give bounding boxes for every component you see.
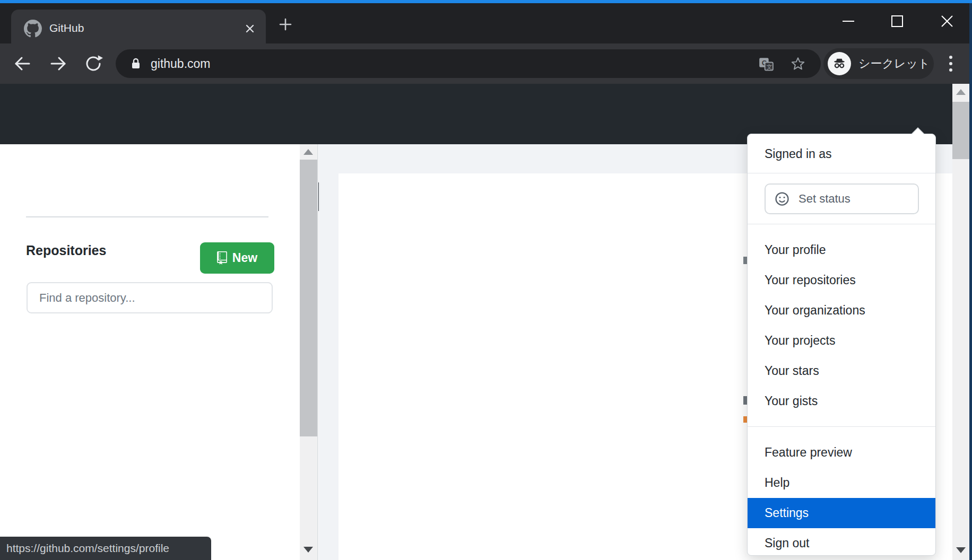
forward-button[interactable] bbox=[48, 53, 69, 74]
hidden-content-fragment bbox=[743, 396, 747, 405]
menu-item-your-stars[interactable]: Your stars bbox=[748, 356, 935, 386]
address-bar[interactable]: github.com G 文 bbox=[116, 49, 821, 78]
translate-icon[interactable]: G 文 bbox=[759, 57, 774, 72]
hidden-content-fragment bbox=[743, 416, 747, 423]
content-scrollbar[interactable] bbox=[300, 144, 317, 560]
user-menu-top-items: Your profile Your repositories Your orga… bbox=[748, 224, 935, 427]
scroll-up-arrow-icon[interactable] bbox=[303, 149, 313, 155]
set-status-label: Set status bbox=[799, 192, 850, 206]
svg-text:文: 文 bbox=[767, 64, 773, 70]
hidden-content-fragment bbox=[743, 257, 747, 264]
url-text: github.com bbox=[151, 49, 211, 78]
window-border bbox=[969, 3, 972, 560]
menu-item-sign-out[interactable]: Sign out bbox=[748, 528, 935, 558]
menu-item-your-repositories[interactable]: Your repositories bbox=[748, 265, 935, 295]
menu-item-help[interactable]: Help bbox=[748, 468, 935, 498]
find-repository-input[interactable] bbox=[27, 282, 273, 313]
menu-item-settings[interactable]: Settings bbox=[748, 498, 935, 528]
scroll-up-arrow-icon[interactable] bbox=[956, 89, 966, 95]
window-close-button[interactable] bbox=[927, 3, 967, 39]
browser-toolbar: github.com G 文 シークレット bbox=[0, 43, 972, 84]
menu-item-your-gists[interactable]: Your gists bbox=[748, 386, 935, 416]
lock-icon bbox=[129, 57, 142, 70]
set-status-button[interactable]: Set status bbox=[765, 183, 919, 214]
browser-tab-github[interactable]: GitHub bbox=[11, 10, 266, 47]
sidebar-divider bbox=[26, 216, 268, 217]
window-maximize-button[interactable] bbox=[878, 3, 917, 39]
repositories-heading: Repositories bbox=[26, 243, 106, 258]
incognito-spy-icon bbox=[828, 52, 851, 75]
scroll-down-arrow-icon[interactable] bbox=[303, 547, 313, 553]
bookmark-star-icon[interactable] bbox=[791, 56, 805, 71]
new-tab-button[interactable] bbox=[274, 13, 297, 36]
browser-window: GitHub bbox=[0, 0, 972, 560]
user-menu-bottom-items: Feature preview Help Settings Sign out bbox=[748, 427, 935, 557]
menu-item-your-projects[interactable]: Your projects bbox=[748, 326, 935, 356]
browser-menu-icon[interactable] bbox=[939, 51, 962, 76]
github-favicon-icon bbox=[24, 20, 42, 38]
scrollbar-thumb[interactable] bbox=[300, 160, 317, 436]
scrollbar-thumb[interactable] bbox=[952, 102, 969, 159]
menu-item-your-organizations[interactable]: Your organizations bbox=[748, 295, 935, 326]
incognito-label: シークレット bbox=[858, 56, 930, 72]
content-divider bbox=[317, 144, 318, 560]
status-bar-url: https://github.com/settings/profile bbox=[0, 537, 211, 560]
user-menu-dropdown: Signed in as Set status Your profile You… bbox=[747, 134, 936, 556]
tab-close-icon[interactable] bbox=[240, 19, 259, 38]
menu-item-your-profile[interactable]: Your profile bbox=[748, 235, 935, 265]
new-button-label: New bbox=[232, 251, 257, 265]
browser-scrollbar[interactable] bbox=[952, 84, 969, 560]
repo-book-icon bbox=[217, 251, 227, 265]
tab-title: GitHub bbox=[49, 10, 84, 47]
back-button[interactable] bbox=[12, 53, 33, 74]
window-minimize-button[interactable] bbox=[829, 3, 868, 39]
smiley-icon bbox=[774, 191, 790, 207]
reload-button[interactable] bbox=[83, 53, 104, 74]
incognito-badge: シークレット bbox=[823, 48, 934, 79]
scroll-down-arrow-icon[interactable] bbox=[956, 547, 966, 553]
set-status-section: Set status bbox=[748, 173, 935, 224]
new-repository-button[interactable]: New bbox=[200, 242, 274, 274]
menu-item-feature-preview[interactable]: Feature preview bbox=[748, 438, 935, 468]
dashboard-sidebar: Repositories New bbox=[0, 144, 300, 560]
browser-titlebar: GitHub bbox=[0, 3, 972, 43]
signed-in-as: Signed in as bbox=[748, 134, 935, 173]
